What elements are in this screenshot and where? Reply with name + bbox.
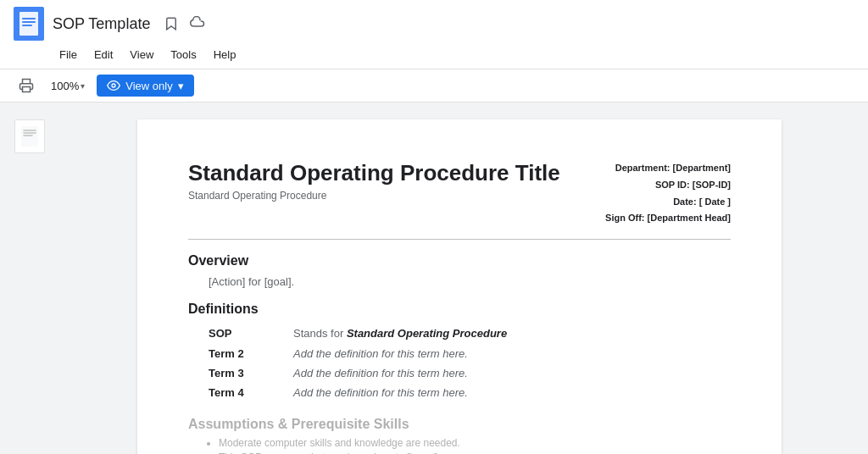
meta-date-val: [ Date ] <box>699 197 731 207</box>
table-row: Term 3 Add the definition for this term … <box>209 363 697 383</box>
meta-date-label: Date: <box>673 197 697 207</box>
left-sidebar <box>0 102 59 454</box>
def-term-0: SOP <box>209 324 293 343</box>
toolbar: 100% ▾ View only ▾ <box>0 69 868 102</box>
def-content-2: Add the definition for this term here. <box>293 363 697 383</box>
svg-rect-3 <box>21 126 38 147</box>
def-content-3: Add the definition for this term here. <box>293 383 697 402</box>
sidebar-doc-thumbnail[interactable] <box>14 119 45 153</box>
overview-content: [Action] for [goal]. <box>209 275 731 288</box>
def-content-1: Add the definition for this term here. <box>293 344 697 363</box>
zoom-dropdown-icon: ▾ <box>81 81 85 91</box>
meta-department-label: Department: <box>615 163 670 173</box>
print-button[interactable] <box>14 75 39 97</box>
zoom-value: 100% <box>51 80 79 92</box>
def-pre-0: Stands for <box>293 327 347 340</box>
doc-subtitle: Standard Operating Procedure <box>188 190 578 202</box>
table-row: SOP Stands for Standard Operating Proced… <box>209 324 697 343</box>
main-area: Standard Operating Procedure Title Stand… <box>0 102 868 454</box>
meta-signoff-val: [Department Head] <box>648 213 731 223</box>
menu-bar: File Edit View Tools Help <box>14 44 854 69</box>
meta-sop-id-val: [SOP-ID] <box>693 180 731 190</box>
view-only-dropdown-icon: ▾ <box>178 80 184 92</box>
save-status-icon[interactable] <box>162 14 181 33</box>
document-title: SOP Template <box>53 15 150 33</box>
menu-view[interactable]: View <box>123 46 160 64</box>
app-icon <box>14 7 44 41</box>
table-row: Term 2 Add the definition for this term … <box>209 344 697 363</box>
doc-header: Standard Operating Procedure Title Stand… <box>188 160 731 227</box>
zoom-control[interactable]: 100% ▾ <box>46 77 90 95</box>
menu-file[interactable]: File <box>53 46 84 64</box>
meta-signoff-label: Sign Off: <box>605 213 644 223</box>
cloud-save-icon[interactable] <box>187 14 208 33</box>
list-item: Moderate computer skills and knowledge a… <box>219 437 731 449</box>
doc-meta: Department: [Department] SOP ID: [SOP-ID… <box>578 160 731 227</box>
meta-signoff: Sign Off: [Department Head] <box>578 210 731 227</box>
title-bar: SOP Template File Edit View Tools Help <box>0 0 868 69</box>
svg-rect-0 <box>19 12 38 36</box>
meta-date: Date: [ Date ] <box>578 194 731 211</box>
def-term-2: Term 3 <box>209 363 293 383</box>
menu-edit[interactable]: Edit <box>87 46 120 64</box>
meta-sop-id-label: SOP ID: <box>655 180 690 190</box>
document-container: Standard Operating Procedure Title Stand… <box>59 102 868 454</box>
assumptions-list: Moderate computer skills and knowledge a… <box>219 437 731 454</box>
doc-main-title: Standard Operating Procedure Title <box>188 160 578 186</box>
menu-help[interactable]: Help <box>207 46 243 64</box>
meta-sop-id: SOP ID: [SOP-ID] <box>578 177 731 194</box>
svg-point-2 <box>112 84 115 87</box>
document-page: Standard Operating Procedure Title Stand… <box>137 119 782 454</box>
meta-department-val: [Department] <box>673 163 731 173</box>
table-row: Term 4 Add the definition for this term … <box>209 383 697 402</box>
doc-divider <box>188 239 731 240</box>
doc-title-block: Standard Operating Procedure Title Stand… <box>188 160 578 202</box>
def-content-0: Stands for Standard Operating Procedure <box>293 324 697 343</box>
overview-title: Overview <box>188 253 731 269</box>
assumptions-section: Assumptions & Prerequisite Skills Modera… <box>188 417 731 454</box>
definitions-table: SOP Stands for Standard Operating Proced… <box>209 324 697 403</box>
view-only-label: View only <box>125 80 172 92</box>
menu-tools[interactable]: Tools <box>164 46 203 64</box>
view-only-button[interactable]: View only ▾ <box>97 75 193 97</box>
assumptions-title: Assumptions & Prerequisite Skills <box>188 417 731 432</box>
def-val-0: Standard Operating Procedure <box>347 327 507 340</box>
definitions-title: Definitions <box>188 302 731 317</box>
def-term-1: Term 2 <box>209 344 293 363</box>
overview-section: Overview [Action] for [goal]. <box>188 253 731 288</box>
definitions-section: Definitions SOP Stands for Standard Oper… <box>188 302 731 403</box>
svg-rect-1 <box>23 87 31 92</box>
def-term-3: Term 4 <box>209 383 293 402</box>
meta-department: Department: [Department] <box>578 160 731 177</box>
